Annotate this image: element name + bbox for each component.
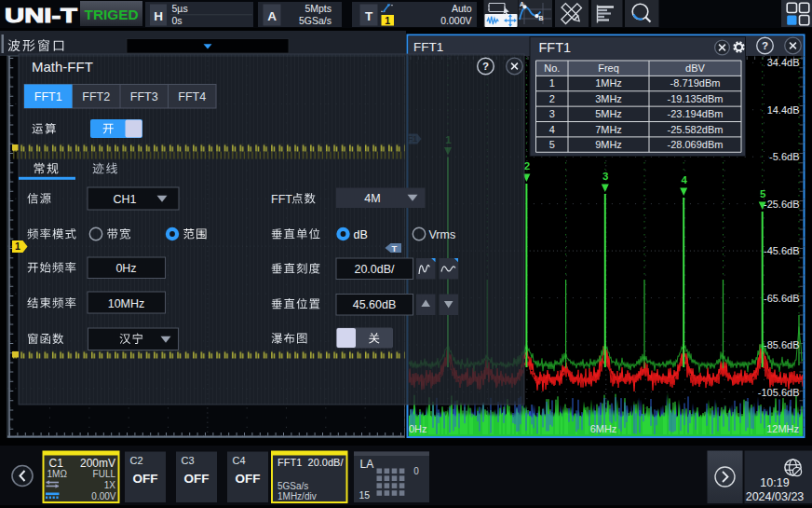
svg-text:2024/03/23: 2024/03/23 [746,490,805,503]
svg-text:LA: LA [360,458,374,471]
svg-text:-25.6dB: -25.6dB [764,199,800,210]
svg-text:-28.069dBm: -28.069dBm [668,139,724,150]
svg-text:C1: C1 [49,457,64,470]
svg-text:-45.6dB: -45.6dB [764,245,800,256]
svg-text:Math-FFT: Math-FFT [32,59,93,75]
svg-text:OFF: OFF [133,472,158,486]
svg-text:0.00V: 0.00V [91,491,115,501]
svg-text:-8.719dBm: -8.719dBm [670,77,721,89]
svg-text:1MΩ: 1MΩ [47,469,68,479]
svg-text:FFT1: FFT1 [277,457,302,468]
svg-text:10:19: 10:19 [760,476,789,489]
svg-text:9MHz: 9MHz [595,139,622,150]
svg-text:10MHz: 10MHz [108,297,145,310]
svg-text:3: 3 [549,108,555,119]
svg-text:UNI-T: UNI-T [5,4,78,27]
svg-text:Freq: Freq [598,62,619,74]
svg-text:-25.582dBm: -25.582dBm [668,124,724,135]
svg-text:A: A [267,9,277,23]
svg-text:3MHz: 3MHz [595,93,622,104]
svg-text:Auto: Auto [452,3,472,14]
svg-text:5: 5 [549,139,555,150]
svg-text:OFF: OFF [236,472,261,486]
svg-text:0: 0 [413,466,419,476]
svg-text:-19.135dBm: -19.135dBm [668,93,724,104]
svg-text:?: ? [762,40,768,51]
svg-text:TRIGED: TRIGED [85,7,139,22]
svg-text:5µs: 5µs [172,3,188,14]
svg-text:12MHz: 12MHz [766,423,799,434]
svg-text:?: ? [482,61,489,72]
svg-text:1: 1 [15,240,20,252]
svg-text:-23.194dBm: -23.194dBm [668,108,724,119]
svg-text:FFT4: FFT4 [178,90,206,103]
svg-text:6MHz: 6MHz [590,423,617,434]
svg-text:20.0dB/: 20.0dB/ [354,263,395,276]
svg-text:FFT1: FFT1 [413,40,443,54]
svg-text:B: B [538,15,543,21]
svg-text:-5.6dB: -5.6dB [769,151,799,162]
svg-text:1: 1 [549,77,555,89]
svg-text:C3: C3 [182,455,195,466]
svg-text:C2: C2 [130,455,143,466]
svg-text:1MHz: 1MHz [595,77,622,89]
svg-text:CH1: CH1 [113,193,136,206]
svg-text:3: 3 [602,171,608,182]
svg-text:15: 15 [359,489,371,501]
svg-text:FFT2: FFT2 [82,90,110,103]
svg-text:No.: No. [544,62,560,74]
svg-text:A: A [520,1,524,7]
svg-text:-65.6dB: -65.6dB [764,293,800,304]
svg-text:-85.6dB: -85.6dB [764,339,800,350]
svg-text:FFT3: FFT3 [130,90,158,103]
svg-text:1: 1 [385,15,390,26]
svg-text:200mV: 200mV [80,457,115,470]
svg-text:2: 2 [524,160,530,172]
svg-text:H: H [154,9,163,23]
svg-text:FULL: FULL [93,469,116,479]
svg-text:C4: C4 [233,455,246,466]
svg-text:T: T [392,243,398,254]
svg-text:5Mpts: 5Mpts [304,3,332,14]
svg-text:4: 4 [681,174,687,185]
svg-text:4M: 4M [364,192,380,205]
svg-text:OFF: OFF [184,472,210,486]
svg-text:14.4dB: 14.4dB [767,104,800,116]
svg-text:T: T [365,9,373,23]
svg-text:1MHz/div: 1MHz/div [277,491,317,501]
svg-text:4: 4 [549,124,555,135]
svg-text:0Hz: 0Hz [115,262,136,275]
svg-text:0Hz: 0Hz [409,423,427,434]
svg-text:FFT1: FFT1 [34,90,62,103]
svg-text:FFT1: FFT1 [539,40,572,55]
svg-text:5GSa/s: 5GSa/s [277,481,308,491]
svg-text:dB: dB [354,228,368,241]
svg-text:-105.6dB: -105.6dB [758,387,800,398]
svg-text:FFT: FFT [271,193,292,206]
svg-text:5MHz: 5MHz [595,108,622,119]
svg-text:5GSa/s: 5GSa/s [299,15,332,26]
svg-text:1X: 1X [104,480,116,490]
svg-text:2: 2 [549,93,555,104]
svg-text:20.0dB/: 20.0dB/ [308,457,345,468]
svg-text:34.4dB: 34.4dB [767,57,800,68]
svg-text:0s: 0s [172,15,183,26]
svg-text:dBV: dBV [685,62,705,74]
svg-text:0.000V: 0.000V [440,15,471,26]
svg-text:Vrms: Vrms [429,228,456,241]
svg-text:45.60dB: 45.60dB [353,298,397,311]
svg-text:7MHz: 7MHz [595,124,622,135]
